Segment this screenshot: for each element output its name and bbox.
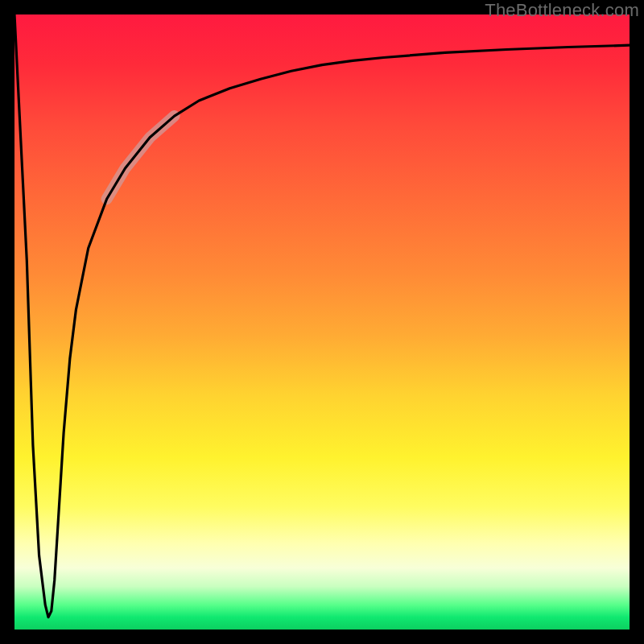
- chart-frame: TheBottleneck.com: [0, 0, 644, 644]
- watermark-text: TheBottleneck.com: [485, 0, 639, 21]
- plot-background-gradient: [14, 14, 630, 630]
